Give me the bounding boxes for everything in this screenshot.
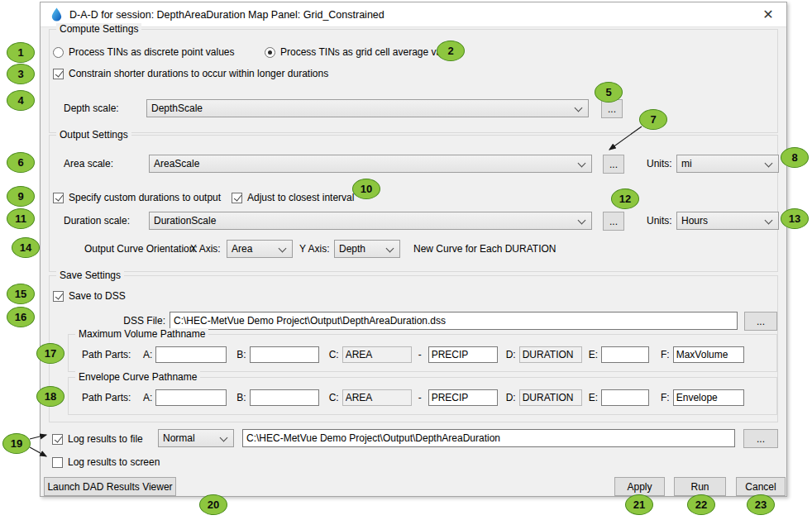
area-scale-combobox[interactable]: AreaScale <box>149 155 592 173</box>
checkbox-checked-icon[interactable] <box>53 193 64 203</box>
area-units-combobox[interactable]: mi <box>676 155 779 173</box>
orientation-label: Output Curve Orientation: <box>84 240 198 258</box>
callout-5: 5 <box>595 82 623 103</box>
callout-4: 4 <box>7 90 35 111</box>
dash-separator: - <box>418 392 422 403</box>
save-to-dss-checkbox[interactable]: Save to DSS <box>53 289 126 303</box>
callout-3: 3 <box>7 64 35 84</box>
log-level-value: Normal <box>163 432 195 444</box>
log-level-combobox[interactable]: Normal <box>158 429 234 447</box>
duration-units-value: Hours <box>681 215 708 227</box>
part-f-input[interactable] <box>673 346 744 363</box>
checkbox-checked-icon[interactable] <box>52 434 63 445</box>
area-scale-browse-button[interactable]: ... <box>603 155 624 174</box>
new-curve-note: New Curve for Each DURATION <box>413 240 556 258</box>
part-d-label: D: <box>506 349 516 360</box>
dss-file-browse-button[interactable]: ... <box>744 312 777 331</box>
checkbox-unchecked-icon[interactable] <box>52 457 63 468</box>
log-to-screen-checkbox[interactable]: Log results to screen <box>52 456 160 469</box>
checkbox-checked-icon[interactable] <box>53 291 64 302</box>
duration-scale-value: DurationScale <box>154 215 216 227</box>
log-to-screen-label: Log results to screen <box>68 456 160 468</box>
part-f-input[interactable] <box>673 389 744 406</box>
part-b-label: B: <box>236 392 246 403</box>
part-d-duration-input <box>519 346 582 363</box>
compute-settings-group: Compute Settings Process TINs as discret… <box>49 29 778 133</box>
run-button[interactable]: Run <box>674 477 726 496</box>
part-c-precip-input[interactable] <box>428 389 498 406</box>
part-b-input[interactable] <box>250 389 319 406</box>
duration-units-combobox[interactable]: Hours <box>676 212 779 230</box>
callout-17: 17 <box>36 343 64 364</box>
part-e-label: E: <box>589 392 598 403</box>
max-volume-pathname-group: Maximum Volume Pathname Path Parts: A: B… <box>68 334 777 372</box>
callout-21: 21 <box>625 494 653 515</box>
depth-scale-value: DepthScale <box>151 103 203 114</box>
duration-units-label: Units: <box>647 212 672 230</box>
radio-discrete-label: Process TINs as discrete point values <box>69 46 235 58</box>
log-path-browse-button[interactable]: ... <box>743 429 778 448</box>
part-e-input[interactable] <box>601 389 649 406</box>
radio-icon[interactable] <box>53 47 64 58</box>
log-path-input[interactable] <box>242 429 735 447</box>
custom-durations-checkbox[interactable]: Specify custom durations to output <box>53 191 221 204</box>
part-a-input[interactable] <box>155 346 227 363</box>
max-volume-path-parts-row: Path Parts: A: B: C: - D: E: F: <box>82 346 744 363</box>
max-volume-pathname-label: Maximum Volume Pathname <box>75 328 208 340</box>
depth-scale-combobox[interactable]: DepthScale <box>146 99 589 117</box>
adjust-interval-checkbox[interactable]: Adjust to closest interval <box>232 191 354 204</box>
part-f-label: F: <box>661 392 670 403</box>
checkbox-checked-icon[interactable] <box>53 69 64 79</box>
custom-durations-label: Specify custom durations to output <box>69 192 221 203</box>
radio-grid-cell-average[interactable]: Process TINs as grid cell average values <box>265 45 460 59</box>
x-axis-combobox[interactable]: Area <box>227 240 293 258</box>
depth-scale-label: Depth scale: <box>64 99 119 117</box>
callout-7: 7 <box>639 109 667 130</box>
radio-discrete-point-values[interactable]: Process TINs as discrete point values <box>53 45 235 59</box>
chevron-down-icon <box>765 160 773 168</box>
y-axis-combobox[interactable]: Depth <box>334 240 400 258</box>
log-to-file-checkbox[interactable]: Log results to file <box>52 432 143 446</box>
part-e-label: E: <box>589 349 598 360</box>
close-icon[interactable]: ✕ <box>755 5 781 25</box>
screenshot-canvas: D-A-D for session: DepthAreaDuration Map… <box>0 0 812 520</box>
part-e-input[interactable] <box>601 346 649 363</box>
checkbox-checked-icon[interactable] <box>232 193 242 203</box>
compute-settings-label: Compute Settings <box>56 23 141 35</box>
duration-scale-label: Duration scale: <box>64 212 130 230</box>
part-a-label: A: <box>143 349 152 360</box>
callout-13: 13 <box>781 208 809 229</box>
path-parts-label: Path Parts: <box>82 392 135 403</box>
duration-scale-browse-button[interactable]: ... <box>603 212 624 231</box>
constrain-durations-checkbox[interactable]: Constrain shorter durations to occur wit… <box>53 67 328 80</box>
radio-selected-icon[interactable] <box>265 47 275 58</box>
part-a-label: A: <box>143 392 152 403</box>
part-d-duration-input <box>519 389 582 406</box>
save-settings-label: Save Settings <box>56 270 124 281</box>
dss-file-input[interactable] <box>170 312 738 330</box>
part-b-label: B: <box>236 349 246 360</box>
callout-19: 19 <box>2 433 31 454</box>
part-a-input[interactable] <box>155 389 227 406</box>
dash-separator: - <box>418 349 422 360</box>
cancel-button[interactable]: Cancel <box>736 477 786 496</box>
part-c-area-input <box>342 346 412 363</box>
part-b-input[interactable] <box>250 346 319 363</box>
part-c-precip-input[interactable] <box>428 346 498 363</box>
envelope-pathname-group: Envelope Curve Pathname Path Parts: A: B… <box>68 377 777 415</box>
chevron-down-icon <box>279 245 287 253</box>
apply-button[interactable]: Apply <box>614 477 665 496</box>
title-bar: D-A-D for session: DepthAreaDuration Map… <box>41 2 786 27</box>
duration-scale-combobox[interactable]: DurationScale <box>149 212 592 230</box>
path-parts-label: Path Parts: <box>82 349 135 360</box>
callout-18: 18 <box>36 386 64 407</box>
y-axis-label: Y Axis: <box>299 240 329 258</box>
launch-dad-viewer-button[interactable]: Launch DAD Results Viewer <box>44 477 176 496</box>
part-c-label: C: <box>329 392 339 403</box>
constrain-durations-label: Constrain shorter durations to occur wit… <box>69 68 328 79</box>
callout-1: 1 <box>7 42 35 63</box>
callout-16: 16 <box>7 307 35 327</box>
area-scale-value: AreaScale <box>154 158 199 169</box>
envelope-pathname-label: Envelope Curve Pathname <box>75 371 200 383</box>
water-droplet-icon <box>51 7 62 21</box>
